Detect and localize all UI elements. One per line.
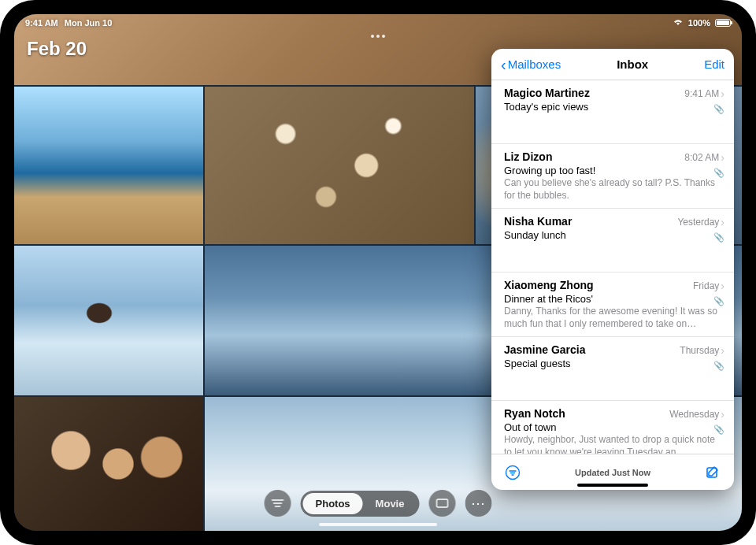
attachment-icon: 📎 — [713, 232, 724, 243]
mail-sender: Jasmine Garcia — [504, 343, 586, 356]
filter-button[interactable] — [265, 490, 291, 517]
attachment-icon: 📎 — [713, 104, 724, 114]
mail-preview: Howdy, neighbor, Just wanted to drop a q… — [504, 434, 724, 454]
mail-date: Wednesday› — [669, 408, 724, 421]
chevron-right-icon: › — [721, 280, 724, 292]
status-bar: 9:41 AM Mon Jun 10 100% — [14, 14, 742, 32]
mail-subject: Growing up too fast! — [504, 165, 724, 176]
photo-tile[interactable] — [14, 246, 203, 395]
status-date: Mon Jun 10 — [65, 18, 113, 28]
mail-sender: Magico Martinez — [504, 87, 590, 99]
mail-preview: Can you believe she's already so tall? P… — [504, 177, 724, 202]
mail-subject: Sunday lunch — [504, 229, 724, 241]
photos-date-heading: Feb 20 — [27, 38, 87, 60]
mail-title: Inbox — [617, 57, 648, 71]
photos-toolbar: Photos Movie ⋯ — [265, 490, 492, 517]
attachment-icon: 📎 — [713, 361, 724, 371]
photo-tile[interactable] — [14, 87, 203, 244]
mail-preview — [504, 242, 724, 265]
mail-date: Friday› — [693, 280, 724, 292]
mail-sender: Nisha Kumar — [504, 215, 572, 228]
chevron-right-icon: › — [721, 87, 724, 100]
mail-sender: Ryan Notch — [504, 407, 565, 420]
filter-mail-button[interactable] — [502, 462, 523, 483]
mail-message-list[interactable]: Magico Martinez9:41 AM›Today's epic view… — [491, 80, 734, 454]
chevron-right-icon: › — [721, 408, 724, 421]
mailboxes-back-button[interactable]: ‹ Mailboxes — [501, 57, 561, 71]
attachment-icon: 📎 — [713, 168, 724, 178]
mail-preview: Danny, Thanks for the awesome evening! I… — [504, 306, 724, 330]
mail-nav-bar: ‹ Mailboxes Inbox Edit — [491, 49, 734, 80]
slideover-home-indicator[interactable] — [577, 484, 648, 487]
mail-item[interactable]: Ryan NotchWednesday›Out of townHowdy, ne… — [491, 401, 734, 454]
status-time: 9:41 AM — [25, 18, 58, 28]
mail-date: Yesterday› — [677, 216, 724, 228]
battery-percent: 100% — [688, 18, 710, 28]
mail-date: 9:41 AM› — [684, 87, 724, 100]
back-label: Mailboxes — [508, 57, 561, 71]
mail-preview — [504, 370, 724, 394]
mail-item[interactable]: Magico Martinez9:41 AM›Today's epic view… — [491, 80, 734, 144]
segment-photos[interactable]: Photos — [303, 493, 363, 514]
mail-subject: Out of town — [504, 421, 724, 433]
mail-subject: Special guests — [504, 358, 724, 369]
more-button[interactable]: ⋯ — [465, 490, 491, 517]
mail-subject: Today's epic views — [504, 101, 724, 113]
mail-update-status: Updated Just Now — [575, 468, 650, 477]
edit-button[interactable]: Edit — [704, 57, 724, 71]
view-segment: Photos Movie — [301, 491, 420, 517]
mail-date: 8:02 AM› — [684, 151, 724, 164]
segment-movie[interactable]: Movie — [363, 493, 417, 514]
wifi-icon — [673, 18, 684, 28]
mail-toolbar: Updated Just Now — [491, 454, 734, 490]
mail-sender: Liz Dizon — [504, 150, 552, 163]
mail-subject: Dinner at the Ricos' — [504, 293, 724, 305]
multitask-dots-icon[interactable] — [371, 35, 385, 38]
mail-item[interactable]: Nisha KumarYesterday›Sunday lunch 📎 — [491, 209, 734, 272]
ipad-device-frame: 9:41 AM Mon Jun 10 100% — [0, 0, 756, 545]
mail-preview — [504, 113, 724, 137]
mail-item[interactable]: Xiaomeng ZhongFriday›Dinner at the Ricos… — [491, 272, 734, 337]
chevron-right-icon: › — [721, 216, 724, 228]
mail-item[interactable]: Liz Dizon8:02 AM›Growing up too fast!Can… — [491, 144, 734, 209]
aspect-button[interactable] — [428, 490, 455, 517]
attachment-icon: 📎 — [713, 296, 724, 306]
chevron-left-icon: ‹ — [501, 59, 506, 70]
mail-item[interactable]: Jasmine GarciaThursday›Special guests 📎 — [491, 337, 734, 401]
attachment-icon: 📎 — [713, 425, 724, 435]
chevron-right-icon: › — [721, 151, 724, 164]
svg-rect-0 — [436, 499, 447, 507]
photo-tile[interactable] — [205, 87, 474, 244]
mail-date: Thursday› — [680, 344, 724, 357]
battery-icon — [715, 19, 731, 27]
mail-slideover-panel[interactable]: ‹ Mailboxes Inbox Edit Magico Martinez9:… — [491, 49, 734, 490]
photo-tile[interactable] — [14, 397, 203, 531]
compose-button[interactable] — [702, 462, 723, 483]
mail-sender: Xiaomeng Zhong — [504, 279, 594, 291]
home-indicator[interactable] — [319, 523, 437, 526]
chevron-right-icon: › — [721, 344, 724, 357]
ipad-screen: 9:41 AM Mon Jun 10 100% — [14, 14, 742, 531]
